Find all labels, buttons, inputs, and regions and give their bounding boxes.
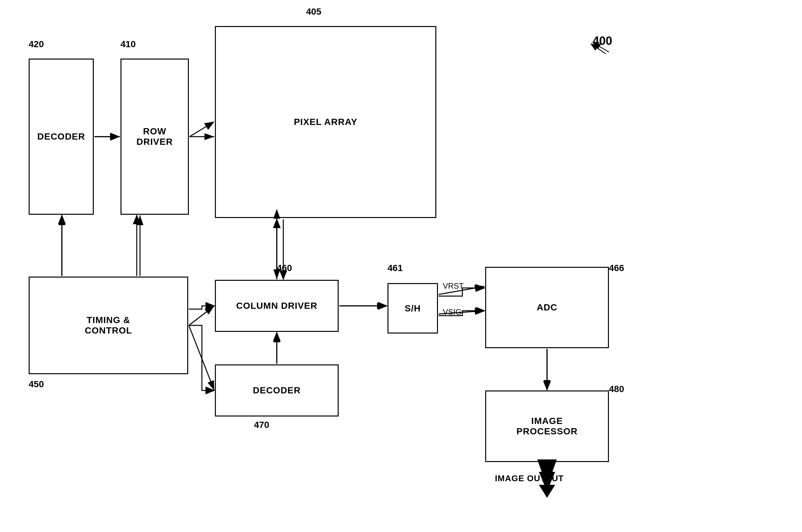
label-466: 466	[609, 263, 624, 273]
block-image-processor-label: IMAGE PROCESSOR	[516, 416, 578, 437]
label-vsig: VSIG	[443, 307, 461, 317]
label-420: 420	[29, 39, 44, 50]
block-adc-label: ADC	[536, 302, 558, 313]
block-row-driver: ROW DRIVER	[121, 59, 189, 215]
block-pixel-array-label: PIXEL ARRAY	[294, 117, 357, 127]
block-column-driver-label: COLUMN DRIVER	[236, 301, 317, 311]
block-timing-control-label: TIMING & CONTROL	[85, 315, 132, 336]
block-decoder-bottom: DECODER	[215, 364, 339, 417]
block-row-driver-label: ROW DRIVER	[136, 126, 173, 147]
label-vrst: VRST	[443, 282, 464, 290]
label-450: 450	[29, 379, 44, 390]
label-470: 470	[254, 420, 269, 430]
block-decoder-top: DECODER	[29, 59, 94, 215]
svg-line-23	[189, 122, 214, 137]
block-sh: S/H	[387, 283, 438, 334]
svg-marker-32	[539, 485, 555, 498]
block-decoder-top-label: DECODER	[37, 131, 85, 142]
block-column-driver: COLUMN DRIVER	[215, 280, 339, 332]
label-480: 480	[609, 384, 624, 394]
label-image-output: IMAGE OUTPUT	[495, 473, 564, 483]
label-460: 460	[277, 263, 292, 273]
svg-line-12	[189, 325, 214, 391]
block-timing-control: TIMING & CONTROL	[29, 277, 188, 374]
diagram: DECODER ROW DRIVER PIXEL ARRAY TIMING & …	[0, 0, 802, 532]
svg-line-11	[189, 306, 214, 325]
label-461: 461	[387, 263, 403, 273]
label-400: 400	[593, 34, 612, 48]
label-405: 405	[306, 6, 322, 17]
block-pixel-array: PIXEL ARRAY	[215, 26, 436, 218]
block-sh-label: S/H	[405, 303, 421, 314]
block-adc: ADC	[485, 267, 609, 348]
block-decoder-bottom-label: DECODER	[253, 385, 300, 396]
label-410: 410	[121, 39, 136, 50]
block-image-processor: IMAGE PROCESSOR	[485, 391, 609, 462]
